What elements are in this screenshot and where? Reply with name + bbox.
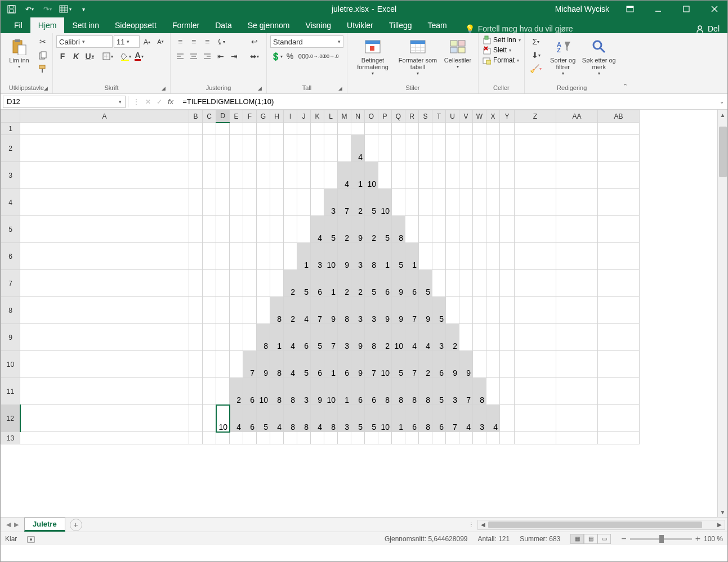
copy-icon[interactable] [37,49,49,61]
align-bottom-icon[interactable]: ≡ [201,35,213,48]
row-header[interactable]: 6 [1,243,20,270]
enter-formula-icon[interactable]: ✓ [157,98,162,106]
cell[interactable] [216,243,230,270]
cell[interactable]: 7 [324,324,338,351]
cell[interactable] [297,135,311,162]
tab-se gjennom[interactable]: Se gjennom [240,17,298,33]
cell[interactable] [473,243,486,270]
cell[interactable]: 2 [338,270,351,297]
cell[interactable]: 8 [392,378,405,405]
cell[interactable] [419,432,432,444]
cell[interactable] [189,324,203,351]
cell[interactable] [556,378,598,405]
cell[interactable] [284,162,297,189]
cell[interactable]: 10 [257,378,270,405]
cell[interactable] [405,135,419,162]
cell[interactable] [203,135,216,162]
scroll-left-icon[interactable]: ◀ [478,521,488,528]
add-sheet-icon[interactable]: + [70,519,82,531]
wrap-text-icon[interactable]: ↩ [246,35,263,48]
col-header[interactable]: P [378,110,392,123]
cell[interactable] [419,135,432,162]
cell[interactable] [297,216,311,243]
cell[interactable] [556,216,598,243]
cell[interactable] [297,432,311,444]
cell[interactable]: 1 [405,243,419,270]
col-header[interactable]: F [243,110,257,123]
cell[interactable] [405,189,419,216]
cell[interactable]: 8 [257,324,270,351]
cell[interactable] [515,243,556,270]
cell[interactable]: 5 [392,243,405,270]
cell[interactable] [556,432,598,444]
view-page-break-icon[interactable]: ▭ [597,534,611,544]
cell[interactable] [216,351,230,378]
cell[interactable]: 4 [284,351,297,378]
cell-styles-button[interactable]: Cellestiler▾ [441,35,475,70]
increase-decimal-icon[interactable]: .0→.00 [311,50,323,62]
cell[interactable] [473,135,486,162]
cell[interactable]: 1 [392,405,405,432]
cell[interactable]: 8 [419,405,432,432]
cell[interactable] [338,432,351,444]
cell[interactable] [598,135,640,162]
col-header[interactable]: Y [500,110,515,123]
cell[interactable] [500,297,515,324]
cell[interactable] [230,432,243,444]
cell[interactable]: 6 [405,405,419,432]
dialog-launcher-icon[interactable]: ◢ [256,86,263,92]
cell[interactable]: 4 [230,405,243,432]
cell[interactable] [432,123,446,135]
cell[interactable] [515,351,556,378]
split-handle-icon[interactable]: ⋮ [468,521,474,528]
cell[interactable]: 6 [243,378,257,405]
share-button[interactable]: Del [695,24,720,33]
save-icon[interactable] [5,3,17,15]
cell[interactable]: 9 [338,243,351,270]
cell[interactable]: 4 [297,297,311,324]
cell[interactable] [20,378,189,405]
find-select-button[interactable]: Søk etter og merk▾ [582,35,616,77]
cell[interactable] [392,432,405,444]
cell[interactable] [556,135,598,162]
cell[interactable] [243,243,257,270]
cell[interactable] [270,135,284,162]
cell[interactable] [419,162,432,189]
font-size-combo[interactable]: 11▾ [114,35,140,48]
cell[interactable]: 1 [338,378,351,405]
cell[interactable] [189,243,203,270]
cell[interactable] [486,324,500,351]
name-box[interactable]: D12▾ [3,96,126,108]
tab-hjem[interactable]: Hjem [30,17,65,33]
increase-indent-icon[interactable]: ⇥ [228,50,240,62]
cell[interactable]: 9 [257,351,270,378]
zoom-in-icon[interactable]: + [695,534,700,544]
cell[interactable]: 5 [297,351,311,378]
col-header[interactable]: H [270,110,284,123]
cell[interactable] [419,243,432,270]
cell[interactable] [189,135,203,162]
cell[interactable]: 8 [419,378,432,405]
cell[interactable] [203,189,216,216]
cell[interactable] [365,135,378,162]
cell[interactable] [459,123,473,135]
cell[interactable] [556,162,598,189]
cell[interactable] [432,189,446,216]
spreadsheet-grid[interactable]: ABCDEFGHIJKLMNOPQRSTUVWXYZAAAB1243411043… [1,110,727,517]
cell[interactable]: 4 [351,135,365,162]
cell[interactable] [556,297,598,324]
cell[interactable] [20,243,189,270]
cell[interactable]: 4 [405,324,419,351]
cell[interactable]: 6 [297,324,311,351]
col-header[interactable]: A [20,110,189,123]
cell[interactable]: 5 [432,297,446,324]
zoom-level[interactable]: 100 % [704,535,723,543]
scroll-up-icon[interactable]: ▲ [718,110,727,120]
cell[interactable] [486,378,500,405]
cell[interactable] [556,243,598,270]
cell[interactable] [378,123,392,135]
cell[interactable] [598,162,640,189]
cell[interactable]: 7 [365,351,378,378]
cell[interactable] [338,123,351,135]
cell[interactable]: 2 [284,270,297,297]
